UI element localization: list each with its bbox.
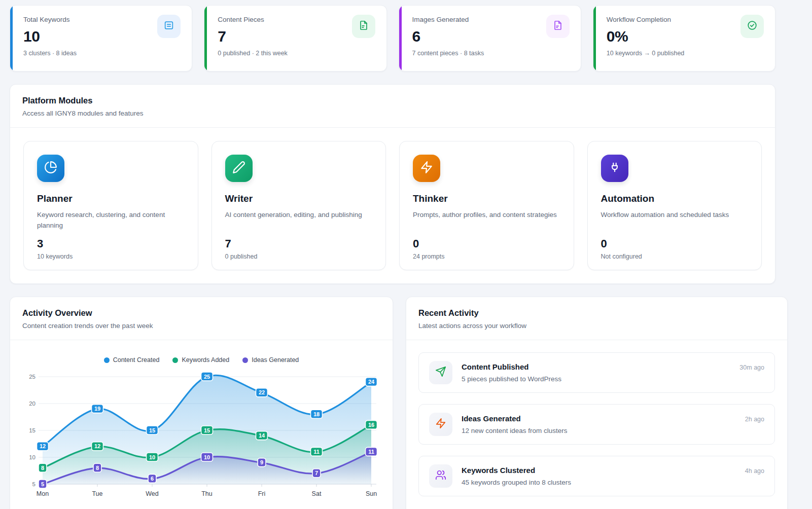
legend-item[interactable]: Ideas Generated — [242, 356, 299, 363]
module-icon-chip — [37, 155, 64, 182]
accent-stripe — [204, 6, 207, 71]
stat-value: 7 — [218, 28, 375, 45]
module-name: Automation — [601, 193, 749, 204]
svg-text:11: 11 — [313, 449, 320, 455]
activity-item-main: Ideas Generated 2h ago 12 new content id… — [462, 414, 764, 434]
accent-stripe — [399, 6, 402, 71]
bottom-row: Activity Overview Content creation trend… — [10, 284, 775, 509]
activity-title: Ideas Generated — [462, 414, 521, 423]
chart-legend: Content CreatedKeywords AddedIdeas Gener… — [20, 356, 382, 363]
stat-subtext: 0 published · 2 this week — [218, 50, 375, 57]
pie-chart-icon — [44, 161, 57, 176]
module-icon-chip — [413, 155, 440, 182]
list-icon — [163, 20, 174, 33]
stat-card-content-pieces: Content Pieces 7 0 published · 2 this we… — [204, 5, 386, 71]
activity-description: 5 pieces published to WordPress — [462, 375, 764, 383]
accent-stripe — [10, 6, 13, 71]
section-subtitle: Content creation trends over the past we… — [22, 322, 380, 330]
svg-text:8: 8 — [96, 465, 99, 471]
svg-text:Sat: Sat — [312, 490, 322, 497]
stat-card-images-generated: Images Generated 6 7 content pieces · 8 … — [399, 5, 581, 71]
activity-item-main: Content Published 30m ago 5 pieces publi… — [462, 362, 764, 383]
recent-activity-panel: Recent Activity Latest actions across yo… — [406, 297, 788, 509]
activity-time: 2h ago — [745, 416, 764, 423]
users-icon — [435, 469, 446, 483]
activity-description: 12 new content ideas from clusters — [462, 427, 764, 434]
accent-stripe — [593, 6, 596, 71]
svg-text:14: 14 — [259, 432, 265, 439]
activity-title: Keywords Clustered — [462, 466, 535, 475]
stat-icon-chip — [740, 15, 764, 38]
module-card-thinker[interactable]: Thinker Prompts, author profiles, and co… — [399, 141, 574, 270]
activity-list: Content Published 30m ago 5 pieces publi… — [406, 340, 787, 508]
module-card-planner[interactable]: Planner Keyword research, clustering, an… — [23, 141, 198, 270]
lightning-icon — [435, 418, 446, 431]
section-subtitle: Access all IGNY8 modules and features — [22, 110, 763, 117]
section-title: Platform Modules — [22, 96, 763, 105]
stat-subtext: 10 keywords → 0 published — [607, 50, 764, 57]
legend-item[interactable]: Keywords Added — [172, 356, 229, 363]
svg-text:11: 11 — [368, 449, 374, 455]
svg-text:9: 9 — [260, 459, 263, 465]
chart-area: Content CreatedKeywords AddedIdeas Gener… — [10, 340, 393, 502]
svg-text:5: 5 — [32, 481, 36, 487]
svg-text:10: 10 — [149, 454, 155, 460]
svg-text:25: 25 — [29, 374, 36, 380]
svg-text:15: 15 — [29, 427, 36, 433]
lightning-icon — [420, 161, 433, 176]
svg-text:6: 6 — [151, 476, 154, 482]
activity-title: Content Published — [462, 362, 529, 371]
section-title: Activity Overview — [22, 308, 380, 318]
activity-item-main: Keywords Clustered 4h ago 45 keywords gr… — [462, 466, 764, 486]
activity-icon-chip — [429, 361, 452, 384]
activity-item-content-published: Content Published 30m ago 5 pieces publi… — [418, 352, 775, 393]
activity-icon-chip — [429, 464, 452, 488]
svg-text:Tue: Tue — [92, 490, 102, 497]
legend-dot — [104, 357, 110, 363]
svg-text:Wed: Wed — [146, 490, 159, 497]
svg-text:12: 12 — [94, 443, 100, 449]
svg-text:16: 16 — [368, 422, 374, 428]
module-value: 0 — [601, 237, 749, 250]
module-subtext: 24 prompts — [413, 253, 560, 260]
module-description: Workflow automation and scheduled tasks — [601, 210, 749, 231]
module-description: Keyword research, clustering, and conten… — [37, 210, 185, 231]
dashboard-page: Total Keywords 10 3 clusters · 8 ideas C… — [0, 0, 788, 509]
module-description: Prompts, author profiles, and content st… — [413, 210, 560, 231]
svg-text:24: 24 — [368, 379, 375, 385]
activity-overview-header: Activity Overview Content creation trend… — [10, 297, 393, 340]
svg-text:12: 12 — [40, 443, 46, 449]
file-image-icon — [552, 20, 563, 33]
svg-text:5: 5 — [41, 481, 44, 487]
svg-text:25: 25 — [204, 374, 210, 380]
svg-text:15: 15 — [204, 427, 210, 433]
svg-text:10: 10 — [204, 454, 210, 460]
legend-item[interactable]: Content Created — [104, 356, 160, 363]
svg-text:10: 10 — [29, 454, 36, 460]
module-icon-chip — [601, 155, 628, 182]
module-value: 7 — [225, 237, 373, 250]
stat-icon-chip — [352, 15, 375, 38]
section-title: Recent Activity — [418, 308, 775, 318]
activity-time: 30m ago — [739, 364, 764, 371]
platform-modules-header: Platform Modules Access all IGNY8 module… — [10, 85, 775, 128]
activity-time: 4h ago — [745, 467, 764, 475]
activity-item-keywords-clustered: Keywords Clustered 4h ago 45 keywords gr… — [418, 456, 775, 496]
module-subtext: 0 published — [225, 253, 373, 260]
activity-item-ideas-generated: Ideas Generated 2h ago 12 new content id… — [418, 404, 775, 445]
activity-icon-chip — [429, 413, 452, 436]
stat-subtext: 3 clusters · 8 ideas — [23, 50, 181, 57]
svg-text:Thu: Thu — [201, 490, 213, 497]
file-text-icon — [358, 20, 369, 33]
plug-icon — [608, 161, 621, 176]
activity-line-chart: MonTueWedThuFriSatSun5101520251219152522… — [20, 369, 383, 502]
module-subtext: Not configured — [601, 253, 749, 260]
module-value: 0 — [413, 237, 560, 250]
module-card-writer[interactable]: Writer AI content generation, editing, a… — [211, 141, 386, 270]
module-card-automation[interactable]: Automation Workflow automation and sched… — [587, 141, 762, 270]
svg-text:Mon: Mon — [37, 490, 49, 497]
activity-description: 45 keywords grouped into 8 clusters — [462, 479, 764, 486]
section-subtitle: Latest actions across your workflow — [418, 322, 775, 330]
svg-text:Sun: Sun — [366, 490, 377, 497]
stat-label: Content Pieces — [218, 16, 375, 23]
